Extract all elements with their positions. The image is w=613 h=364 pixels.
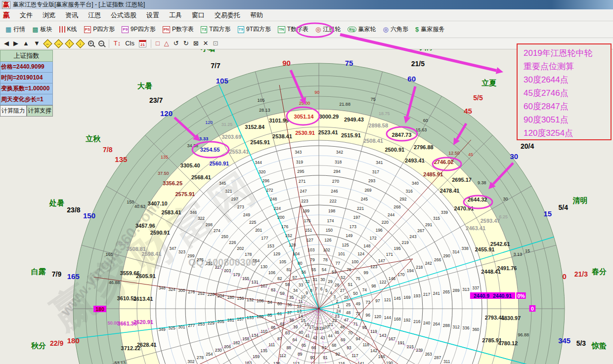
spiral-number: 314	[452, 249, 459, 254]
pn-icon: PN	[163, 26, 170, 33]
pan-down-icon[interactable]: ↓	[76, 39, 85, 48]
inner-price-label: 2793.41	[485, 315, 505, 321]
select-box-icon[interactable]: ⊠	[193, 40, 199, 47]
spiral-number: 204	[218, 293, 224, 298]
spiral-number: 77	[336, 261, 341, 266]
spiral-number: 48	[346, 310, 351, 315]
tool-label: 江恩轮	[323, 25, 341, 34]
rim-degree-label: 165	[67, 272, 80, 281]
tool-P数字表[interactable]: PNP数字表	[160, 24, 196, 35]
zoom-in-icon[interactable]: +	[88, 40, 94, 46]
menu-item-9[interactable]: 交易委托	[210, 10, 245, 21]
spiral-number: 102	[323, 247, 330, 252]
tool-9P四方形[interactable]: P99P四方形	[119, 24, 158, 35]
pan-up-icon[interactable]: ↑	[65, 39, 74, 48]
draw-triangle-icon[interactable]: △	[164, 40, 169, 47]
cls-icon[interactable]: Cls	[125, 40, 134, 47]
inner-price-label: 2620.91	[133, 319, 153, 325]
rim-degree-label: 345	[558, 336, 570, 345]
spiral-number: 175	[304, 218, 310, 223]
spiral-number: 323	[178, 249, 185, 254]
spiral-number: 266	[434, 257, 441, 262]
big-wheel-icon: Big	[348, 27, 356, 32]
tool-T数字表[interactable]: TNT数字表	[275, 24, 311, 35]
spiral-number: 264	[433, 322, 440, 326]
outer-price-label: 2898.58	[368, 122, 388, 128]
solar-term-label: 秋分	[31, 341, 46, 350]
spiral-number: 288	[443, 323, 450, 328]
spiral-number: 87	[277, 336, 282, 341]
tool-板块[interactable]: ▩板块	[30, 24, 54, 35]
tool-P四方形[interactable]: PSP四方形	[82, 24, 118, 35]
draw-square-icon[interactable]: □	[156, 40, 160, 47]
spiral-number: 33	[299, 283, 304, 287]
outer-price-label: 3356.25	[163, 180, 182, 186]
tool-六角形[interactable]: ◎六角形	[381, 24, 411, 35]
pan-left-icon[interactable]: ←	[43, 39, 52, 48]
spiral-number: 85	[267, 313, 272, 318]
tool-江恩轮[interactable]: ◎江恩轮	[313, 24, 343, 35]
tool-K线[interactable]: K线	[57, 24, 80, 35]
calc-resistance-button[interactable]: 计算阻力	[0, 105, 27, 117]
price-axis-icon[interactable]: T↕	[114, 40, 121, 47]
spiral-number: 107	[261, 283, 267, 288]
screen-tool-icon[interactable]: ⊡	[213, 40, 218, 47]
tool-行情[interactable]: ▦行情	[3, 24, 28, 35]
zoom-out-icon[interactable]: −	[98, 40, 104, 46]
spiral-number: 78	[323, 257, 328, 262]
menu-item-4[interactable]: 江恩	[83, 10, 106, 21]
spiral-number: 100	[351, 259, 358, 264]
percent-label: 28.13	[259, 108, 270, 113]
tool-赢家轮[interactable]: Big赢家轮	[345, 24, 378, 35]
menu-item-1[interactable]: 文件	[15, 10, 38, 21]
menu-item-7[interactable]: 工具	[164, 10, 187, 21]
spiral-number: 46	[340, 324, 345, 329]
rim-date-label: 5/5	[473, 94, 483, 102]
spiral-number: 193	[413, 293, 420, 298]
rotate-cw-icon[interactable]: ↻	[183, 40, 189, 47]
tool-赢家服务[interactable]: $赢家服务	[413, 24, 447, 35]
spiral-number: 178	[245, 252, 252, 257]
spiral-number: 152	[285, 233, 292, 238]
menu-item-3[interactable]: 资讯	[60, 10, 83, 21]
nav-down-icon[interactable]: ▼	[34, 40, 40, 47]
pan-right-icon[interactable]: →	[54, 39, 63, 48]
nav-right-icon[interactable]: ▶	[13, 40, 18, 47]
spiral-number: 38	[289, 318, 294, 323]
menu-item-6[interactable]: 设置	[141, 10, 164, 21]
spiral-number: 183	[245, 361, 252, 364]
spiral-number: 220	[382, 220, 389, 225]
nav-up-icon[interactable]: ▲	[23, 40, 29, 47]
rotate-ccw-icon[interactable]: ↺	[174, 40, 179, 47]
nav-left-icon[interactable]: ◀	[4, 40, 9, 47]
menu-item-5[interactable]: 公式选股	[106, 10, 141, 21]
spiral-number: 51	[348, 282, 353, 287]
spiral-number: 196	[376, 228, 383, 233]
inner-price-label: 2485.91	[423, 171, 443, 177]
spiral-number: 74	[362, 287, 367, 292]
axis-highlight-value: 0	[531, 306, 534, 312]
spiral-number: 66	[311, 345, 316, 350]
tool-9T四方形[interactable]: T99T四方形	[235, 24, 273, 35]
tool-label: 9P四方形	[131, 25, 156, 34]
menu-item-8[interactable]: 窗口	[187, 10, 210, 21]
menu-item-10[interactable]: 帮助	[245, 10, 268, 21]
rim-date-label: 7/8	[103, 146, 113, 154]
spiral-number: 218	[416, 265, 423, 270]
menu-item-2[interactable]: 浏览	[38, 10, 60, 21]
tool-T四方形[interactable]: T3T四方形	[198, 24, 233, 35]
title-bar[interactable]: 赢 赢家江恩专业版[赢家服务平台] - [上证指数 江恩轮]	[0, 0, 613, 10]
spiral-number: 276	[188, 289, 195, 294]
tool-label: 板块	[41, 25, 52, 34]
spiral-number: 181	[227, 318, 234, 323]
spiral-number: 242	[425, 261, 432, 266]
spiral-number: 31	[312, 277, 317, 282]
spiral-number: 149	[346, 233, 352, 238]
degree-ring-label: 60	[423, 118, 428, 123]
cross-tool-icon[interactable]: ✕	[203, 40, 209, 47]
spiral-number: 360	[472, 327, 479, 332]
spiral-number: 91	[323, 355, 328, 360]
spiral-number: 72	[356, 311, 361, 316]
calc-support-button[interactable]: 计算支撑	[27, 105, 53, 117]
calendar-icon[interactable]: 21	[139, 40, 146, 47]
